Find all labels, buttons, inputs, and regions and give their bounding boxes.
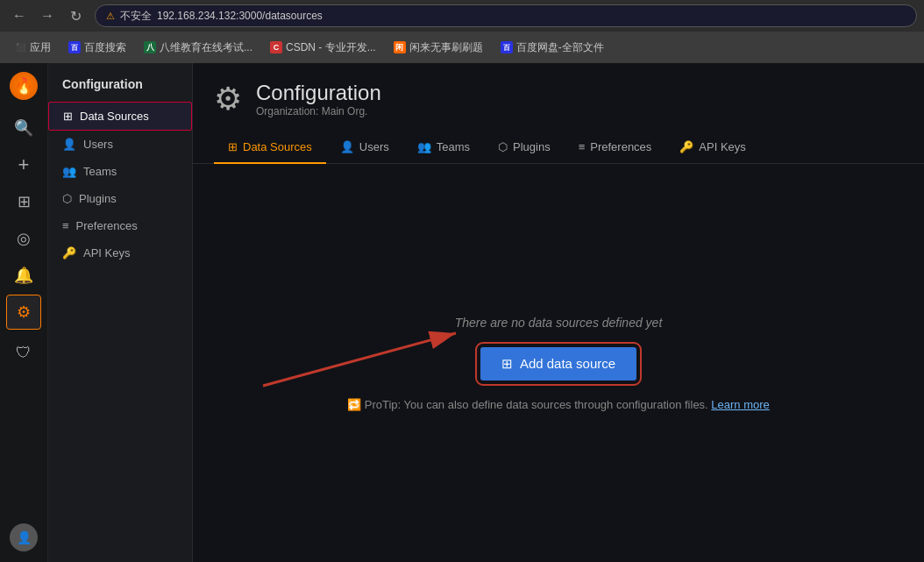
nav-user-avatar[interactable]: 👤	[6, 520, 41, 555]
tabs-bar: ⊞ Data Sources 👤 Users 👥 Teams ⬡ Plugins…	[193, 132, 924, 164]
tab-preferences-icon: ≡	[579, 140, 586, 153]
tab-api-keys-label: API Keys	[699, 140, 745, 153]
back-button[interactable]: ←	[7, 4, 32, 28]
protip-message: ProTip: You can also define data sources…	[365, 398, 708, 411]
sidebar-plugins-label: Plugins	[79, 192, 117, 205]
config-header-icon: ⚙	[214, 81, 242, 117]
left-nav: 🔥 🔍 + ⊞ ◎ 🔔 ⚙ 🛡 👤	[0, 63, 48, 562]
sidebar-teams-label: Teams	[83, 165, 117, 178]
nav-buttons: ← → ↻	[7, 4, 88, 28]
forward-button[interactable]: →	[35, 4, 60, 28]
tab-plugins-icon: ⬡	[498, 140, 508, 153]
sidebar-item-teams[interactable]: 👥 Teams	[48, 158, 192, 185]
csdn-favicon: C	[270, 41, 282, 53]
baidu-favicon: 百	[68, 41, 81, 53]
nav-shield[interactable]: 🛡	[6, 335, 41, 370]
sidebar-item-plugins[interactable]: ⬡ Plugins	[48, 185, 192, 212]
address-text: 192.168.234.132:3000/datasources	[157, 10, 323, 22]
tab-plugins[interactable]: ⬡ Plugins	[484, 132, 565, 164]
bookmark-baidu[interactable]: 百 百度搜索	[61, 38, 133, 58]
sidebar-data-sources-label: Data Sources	[80, 110, 149, 123]
page-header-text: Configuration Organization: Main Org.	[256, 81, 381, 117]
tab-users[interactable]: 👤 Users	[326, 132, 403, 164]
bookmark-xian[interactable]: 闲 闲来无事刷刷题	[387, 38, 490, 58]
plus-icon: +	[18, 153, 30, 176]
address-bar[interactable]: ⚠ 不安全 192.168.234.132:3000/datasources	[95, 4, 917, 27]
nav-add[interactable]: +	[6, 147, 41, 182]
tab-api-keys[interactable]: 🔑 API Keys	[665, 132, 759, 164]
tab-api-keys-icon: 🔑	[679, 140, 693, 153]
sidebar-preferences-label: Preferences	[76, 219, 138, 232]
protip-icon: 🔁	[347, 398, 361, 411]
sidebar-title: Configuration	[48, 77, 192, 102]
empty-message: There are no data sources defined yet	[455, 316, 663, 330]
tab-data-sources[interactable]: ⊞ Data Sources	[214, 132, 326, 164]
page-title: Configuration	[256, 81, 381, 105]
security-label: 不安全	[120, 9, 152, 24]
apps-favicon: ⬛	[14, 41, 26, 53]
sidebar-item-preferences[interactable]: ≡ Preferences	[48, 212, 192, 239]
tab-data-sources-label: Data Sources	[243, 140, 312, 153]
sidebar-api-keys-label: API Keys	[83, 246, 130, 260]
main-content: ⚙ Configuration Organization: Main Org. …	[193, 63, 924, 562]
nav-dashboards[interactable]: ⊞	[6, 184, 41, 219]
bookmark-xian-label: 闲来无事刷刷题	[409, 40, 483, 55]
bookmark-apps[interactable]: ⬛ 应用	[7, 38, 58, 58]
tab-users-label: Users	[359, 140, 389, 153]
grafana-logo[interactable]: 🔥	[8, 70, 39, 102]
xian-favicon: 闲	[394, 41, 406, 53]
nav-search[interactable]: 🔍	[6, 110, 41, 146]
protip-text: 🔁 ProTip: You can also define data sourc…	[347, 398, 770, 411]
add-btn-icon: ⊞	[501, 356, 513, 372]
security-icon: ⚠	[106, 11, 115, 22]
sidebar: Configuration ⊞ Data Sources 👤 Users 👥 T…	[48, 63, 193, 562]
tab-preferences-label: Preferences	[590, 140, 651, 153]
browser-toolbar: ← → ↻ ⚠ 不安全 192.168.234.132:3000/datasou…	[0, 0, 924, 32]
bookmark-apps-label: 应用	[30, 40, 51, 55]
bookmark-baidu-label: 百度搜索	[84, 40, 126, 55]
bookmark-edu[interactable]: 八 八维教育在线考试...	[137, 38, 259, 58]
avatar: 👤	[10, 523, 38, 551]
sidebar-item-users[interactable]: 👤 Users	[48, 131, 192, 158]
baidu2-favicon: 百	[501, 41, 513, 53]
svg-line-1	[263, 333, 456, 386]
bell-icon: 🔔	[14, 266, 33, 285]
gear-icon: ⚙	[17, 302, 31, 322]
add-data-source-button[interactable]: ⊞ Add data source	[480, 347, 636, 381]
tab-data-sources-icon: ⊞	[228, 140, 238, 153]
tab-teams[interactable]: 👥 Teams	[403, 132, 484, 164]
page-header: ⚙ Configuration Organization: Main Org.	[193, 63, 924, 117]
bookmark-baidu2-label: 百度网盘-全部文件	[516, 40, 604, 55]
logo-icon: 🔥	[10, 72, 38, 100]
app-container: 🔥 🔍 + ⊞ ◎ 🔔 ⚙ 🛡 👤 Configuration ⊞	[0, 63, 924, 562]
content-area: There are no data sources defined yet ⊞ …	[193, 164, 924, 562]
edu-favicon: 八	[144, 41, 156, 53]
search-icon: 🔍	[14, 118, 33, 138]
tab-teams-label: Teams	[437, 140, 470, 153]
bookmark-csdn-label: CSDN - 专业开发...	[286, 40, 376, 55]
add-btn-label: Add data source	[520, 356, 615, 371]
sidebar-item-data-sources[interactable]: ⊞ Data Sources	[48, 102, 192, 131]
learn-more-link[interactable]: Learn more	[711, 398, 769, 411]
bookmark-baidu2[interactable]: 百 百度网盘-全部文件	[494, 38, 611, 58]
preferences-icon: ≡	[62, 219, 69, 232]
tab-preferences[interactable]: ≡ Preferences	[565, 132, 666, 164]
bookmark-csdn[interactable]: C CSDN - 专业开发...	[263, 38, 383, 58]
tab-plugins-label: Plugins	[513, 140, 551, 153]
teams-icon: 👥	[62, 165, 76, 178]
nav-configuration[interactable]: ⚙	[6, 295, 41, 330]
bookmark-edu-label: 八维教育在线考试...	[160, 40, 252, 55]
bookmarks-bar: ⬛ 应用 百 百度搜索 八 八维教育在线考试... C CSDN - 专业开发.…	[0, 32, 924, 63]
browser-chrome: ← → ↻ ⚠ 不安全 192.168.234.132:3000/datasou…	[0, 0, 924, 63]
api-keys-icon: 🔑	[62, 246, 76, 260]
users-icon: 👤	[62, 138, 76, 151]
dashboard-icon: ⊞	[18, 192, 31, 211]
explore-icon: ◎	[17, 229, 31, 248]
tab-users-icon: 👤	[340, 140, 354, 153]
shield-icon: 🛡	[16, 344, 32, 362]
refresh-button[interactable]: ↻	[63, 4, 88, 28]
nav-alerting[interactable]: 🔔	[6, 258, 41, 293]
sidebar-item-api-keys[interactable]: 🔑 API Keys	[48, 239, 192, 267]
nav-explore[interactable]: ◎	[6, 221, 41, 256]
sidebar-users-label: Users	[83, 138, 113, 151]
